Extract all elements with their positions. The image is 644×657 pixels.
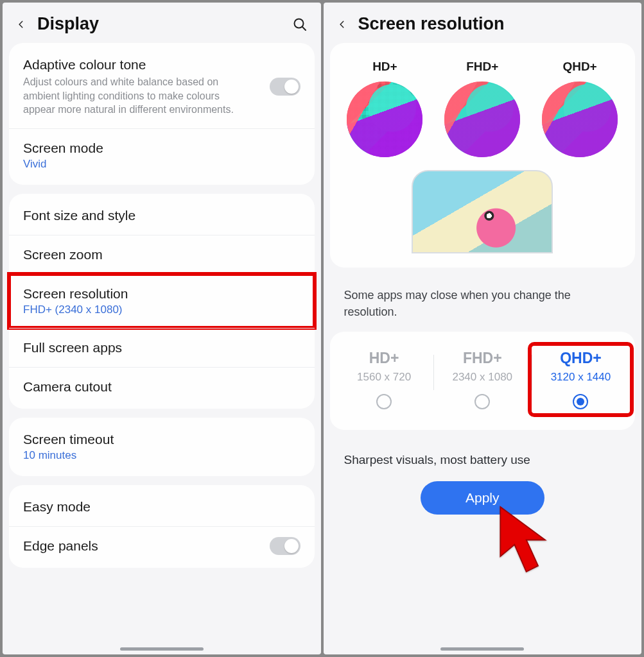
- row-value: FHD+ (2340 x 1080): [23, 303, 300, 316]
- option-resolution: 2340 x 1080: [436, 371, 529, 384]
- preview-image-icon: [444, 81, 520, 157]
- row-value: Vivid: [23, 158, 300, 171]
- option-hd[interactable]: HD+ 1560 x 720: [335, 346, 433, 413]
- home-indicator[interactable]: [120, 647, 204, 651]
- edge-panels-toggle[interactable]: [270, 537, 300, 555]
- row-title: Easy mode: [23, 499, 300, 515]
- back-icon[interactable]: [14, 17, 28, 31]
- apply-wrapper: Apply: [330, 474, 636, 515]
- back-icon[interactable]: [335, 17, 349, 31]
- option-name: FHD+: [436, 350, 529, 367]
- display-settings-screen: Display Adaptive colour tone Adjust colo…: [3, 3, 321, 654]
- radio-icon[interactable]: [376, 394, 392, 409]
- preview-image-icon: [347, 81, 422, 157]
- row-title: Screen resolution: [23, 286, 300, 302]
- preview-hd: HD+: [347, 60, 422, 157]
- card-resolution-options: HD+ 1560 x 720 FHD+ 2340 x 1080 QHD+ 312…: [330, 332, 636, 430]
- screen-resolution-screen: Screen resolution HD+ FHD+ QHD+: [324, 3, 642, 654]
- row-screen-mode[interactable]: Screen mode Vivid: [9, 128, 315, 182]
- wallpaper-preview-icon: [412, 170, 553, 253]
- option-qhd[interactable]: QHD+ 3120 x 1440: [532, 346, 630, 413]
- adaptive-colour-toggle[interactable]: [270, 78, 300, 96]
- row-title: Full screen apps: [23, 340, 300, 355]
- option-resolution: 3120 x 1440: [534, 371, 627, 384]
- preview-label: HD+: [347, 60, 422, 74]
- preview-image-icon: [542, 81, 618, 157]
- card-timeout: Screen timeout 10 minutes: [9, 418, 315, 476]
- row-title: Screen mode: [23, 141, 300, 156]
- row-adaptive-colour-tone[interactable]: Adaptive colour tone Adjust colours and …: [9, 46, 315, 128]
- header: Screen resolution: [324, 3, 642, 43]
- row-title: Edge panels: [23, 538, 300, 554]
- page-title: Display: [37, 14, 99, 34]
- row-title: Font size and style: [23, 208, 300, 223]
- row-value: 10 minutes: [23, 449, 300, 462]
- preview-fhd: FHD+: [444, 60, 520, 157]
- row-screen-resolution[interactable]: Screen resolution FHD+ (2340 x 1080): [9, 274, 315, 328]
- radio-icon[interactable]: [474, 394, 490, 409]
- row-camera-cutout[interactable]: Camera cutout: [9, 367, 315, 406]
- row-title: Adaptive colour tone: [23, 57, 300, 73]
- preview-label: QHD+: [542, 60, 618, 74]
- row-edge-panels[interactable]: Edge panels: [9, 526, 315, 565]
- preview-qhd: QHD+: [542, 60, 618, 157]
- radio-icon[interactable]: [573, 394, 588, 409]
- row-full-screen-apps[interactable]: Full screen apps: [9, 328, 315, 367]
- option-resolution: 1560 x 720: [338, 371, 431, 384]
- page-title: Screen resolution: [358, 14, 505, 34]
- row-easy-mode[interactable]: Easy mode: [9, 488, 315, 526]
- row-description: Adjust colours and white balance based o…: [23, 75, 254, 117]
- option-name: QHD+: [534, 350, 627, 367]
- row-title: Screen zoom: [23, 247, 300, 262]
- card-misc: Easy mode Edge panels: [9, 485, 315, 568]
- row-screen-timeout[interactable]: Screen timeout 10 minutes: [9, 420, 315, 474]
- preview-label: FHD+: [444, 60, 520, 74]
- card-font: Font size and style Screen zoom Screen r…: [9, 194, 315, 409]
- row-font-size[interactable]: Font size and style: [9, 196, 315, 235]
- card-color: Adaptive colour tone Adjust colours and …: [9, 43, 315, 185]
- option-fhd[interactable]: FHD+ 2340 x 1080: [433, 346, 532, 413]
- selected-resolution-description: Sharpest visuals, most battery use: [330, 439, 636, 474]
- option-name: HD+: [338, 350, 431, 367]
- row-title: Camera cutout: [23, 379, 300, 395]
- row-title: Screen timeout: [23, 432, 300, 447]
- card-previews: HD+ FHD+ QHD+: [330, 43, 636, 268]
- search-icon[interactable]: [292, 16, 308, 33]
- svg-line-1: [302, 26, 305, 30]
- home-indicator[interactable]: [440, 647, 524, 651]
- apply-button[interactable]: Apply: [421, 481, 544, 515]
- resolution-change-note: Some apps may close when you change the …: [330, 277, 636, 332]
- header: Display: [3, 3, 321, 43]
- row-screen-zoom[interactable]: Screen zoom: [9, 235, 315, 274]
